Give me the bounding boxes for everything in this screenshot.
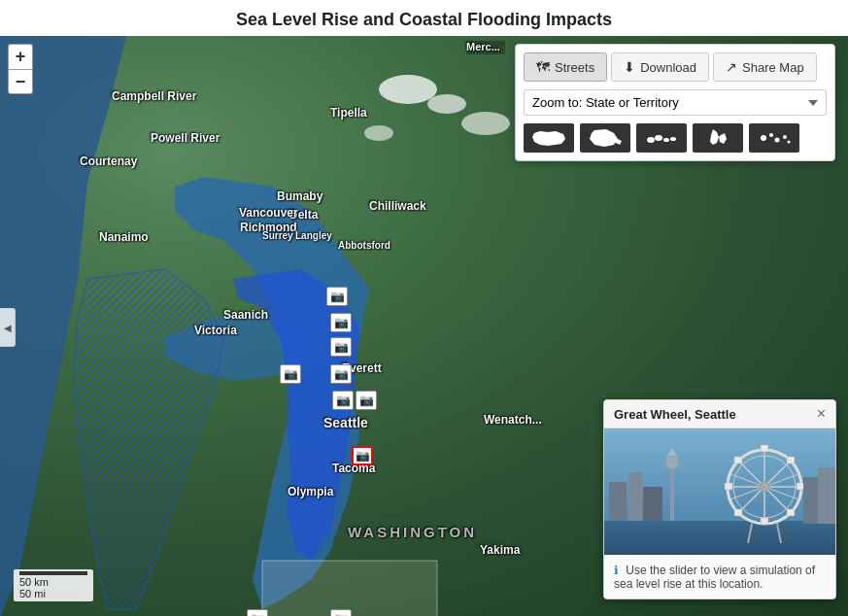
page-title: Sea Level Rise and Coastal Flooding Impa… — [0, 0, 848, 36]
popup-title: Great Wheel, Seattle — [614, 407, 736, 422]
sidebar-toggle-button[interactable]: ◀ — [0, 308, 16, 347]
svg-rect-33 — [725, 483, 732, 490]
region-icon-usa[interactable] — [524, 123, 574, 153]
svg-point-7 — [663, 138, 669, 142]
download-button[interactable]: ⬇ Download — [611, 52, 709, 82]
download-label: Download — [640, 60, 696, 75]
svg-rect-16 — [609, 482, 627, 521]
map-marker-6[interactable] — [332, 391, 354, 410]
svg-point-30 — [760, 482, 769, 492]
svg-point-12 — [783, 135, 787, 139]
map-marker-2[interactable] — [330, 313, 352, 332]
download-icon: ⬇ — [624, 59, 635, 75]
svg-rect-36 — [787, 509, 795, 516]
svg-rect-41 — [803, 477, 818, 524]
svg-rect-37 — [787, 457, 795, 463]
info-icon: ℹ — [614, 564, 619, 577]
share-label: Share Map — [742, 60, 804, 75]
zoom-in-button[interactable]: + — [8, 44, 33, 69]
svg-rect-31 — [761, 445, 768, 452]
map-marker-4[interactable] — [280, 364, 301, 384]
region-icons — [524, 123, 827, 153]
popup-header: Great Wheel, Seattle × — [604, 400, 835, 428]
svg-rect-32 — [761, 518, 768, 525]
share-map-button[interactable]: ↗ Share Map — [713, 52, 817, 82]
svg-rect-17 — [628, 472, 642, 521]
popup-footer: ℹ Use the slider to view a simulation of… — [604, 555, 835, 599]
zoom-out-button[interactable]: − — [8, 69, 33, 94]
svg-point-9 — [761, 135, 766, 141]
popup-image-svg — [604, 428, 835, 555]
svg-rect-35 — [734, 457, 742, 463]
scale-km-label: 50 km — [19, 576, 87, 588]
zoom-controls: + − — [8, 44, 33, 94]
svg-rect-42 — [818, 467, 835, 524]
map-icon: 🗺 — [536, 59, 550, 75]
region-icon-hawaii[interactable] — [636, 123, 687, 153]
region-icon-nz[interactable] — [693, 123, 743, 153]
map-marker-1[interactable] — [326, 287, 348, 306]
svg-point-5 — [647, 137, 655, 143]
region-icon-alaska[interactable] — [580, 123, 630, 153]
map-marker-7[interactable] — [356, 391, 377, 410]
map-marker-seattle-active[interactable] — [352, 446, 373, 465]
toolbar-buttons: 🗺 Streets ⬇ Download ↗ Share Map — [524, 52, 827, 82]
svg-point-6 — [655, 135, 662, 141]
popup-image — [604, 428, 835, 555]
map-marker-3[interactable] — [330, 337, 352, 357]
svg-point-13 — [788, 141, 791, 144]
scale-mi-label: 50 mi — [19, 588, 87, 599]
share-icon: ↗ — [726, 59, 737, 75]
svg-rect-38 — [734, 509, 742, 516]
scale-bar: 50 km 50 mi — [14, 569, 93, 601]
info-popup: Great Wheel, Seattle × — [603, 399, 836, 599]
map-marker-9[interactable] — [247, 609, 268, 616]
streets-button[interactable]: 🗺 Streets — [524, 52, 607, 82]
toolbar: 🗺 Streets ⬇ Download ↗ Share Map Zoom to… — [515, 44, 835, 161]
svg-point-8 — [670, 137, 676, 141]
svg-point-10 — [769, 133, 773, 137]
popup-footer-text: Use the slider to view a simulation of s… — [614, 564, 815, 591]
svg-rect-34 — [797, 483, 804, 490]
region-icon-pacific[interactable] — [749, 123, 799, 153]
svg-rect-15 — [604, 521, 835, 555]
popup-close-button[interactable]: × — [817, 406, 826, 422]
map-marker-5[interactable] — [330, 364, 352, 384]
svg-point-21 — [665, 456, 679, 469]
zoom-to-select[interactable]: Zoom to: State or Territory Zoom to: Cou… — [524, 89, 827, 116]
svg-rect-18 — [643, 487, 662, 521]
map-container: Campbell River Powell River Courtenay Ti… — [0, 36, 848, 616]
svg-point-11 — [775, 138, 780, 143]
streets-label: Streets — [555, 60, 594, 75]
map-marker-10[interactable] — [330, 609, 352, 616]
